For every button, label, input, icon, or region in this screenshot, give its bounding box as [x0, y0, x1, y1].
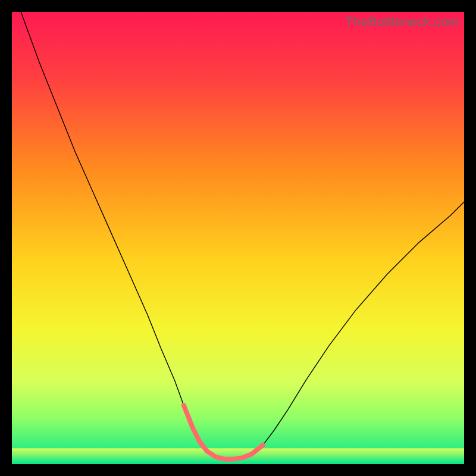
chart-frame: TheBottleneck.com — [12, 12, 464, 464]
chart-svg — [12, 12, 464, 464]
watermark-text: TheBottleneck.com — [345, 14, 459, 30]
gradient-background — [12, 12, 464, 464]
